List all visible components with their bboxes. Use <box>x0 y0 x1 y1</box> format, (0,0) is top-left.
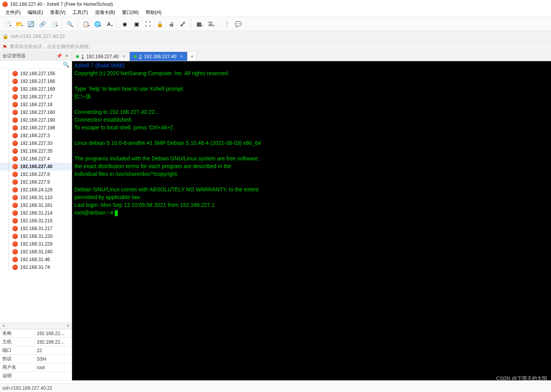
session-item[interactable]: 192.168.31.217 <box>0 225 72 232</box>
property-row: 主机192.168.22… <box>0 338 72 346</box>
tab-label: 192.168.227.40 <box>86 54 119 59</box>
xshell-icon[interactable]: ◉ <box>120 19 130 29</box>
status-dot-icon <box>134 55 137 58</box>
new-tab-button[interactable]: + <box>188 52 197 61</box>
tab-bar: 1192.168.227.40✕2192.168.227.40✕+ <box>72 52 551 61</box>
session-icon <box>12 94 18 100</box>
new-session-icon[interactable]: 📄 <box>2 19 12 29</box>
session-icon <box>12 265 18 270</box>
terminal[interactable]: Xshell 7 (Build 0056) Copyright (c) 2020… <box>72 61 551 380</box>
session-item[interactable]: 192.168.31.220 <box>0 232 72 240</box>
search-icon[interactable]: 🔍 <box>65 19 75 29</box>
session-item[interactable]: 192.168.227.166 <box>0 77 72 85</box>
menu-item[interactable]: 工具(T) <box>69 9 91 17</box>
pin-icon[interactable]: 📌 <box>56 53 63 58</box>
session-item[interactable]: 192.168.31.240 <box>0 248 72 256</box>
transfer-icon[interactable]: 📑 <box>49 19 59 29</box>
session-item[interactable]: 192.168.227.180 <box>0 108 72 116</box>
property-row: 协议SSH <box>0 355 72 363</box>
close-icon[interactable]: ✕ <box>64 53 69 58</box>
session-item[interactable]: 192.168.227.18 <box>0 101 72 108</box>
session-item[interactable]: 192.168.31.229 <box>0 240 72 248</box>
session-item[interactable]: 192.168.227.198 <box>0 124 72 132</box>
highlight-icon[interactable]: 🖉 <box>178 19 188 29</box>
property-value: 192.168.22… <box>34 331 72 336</box>
menu-item[interactable]: 选项卡(B) <box>92 9 118 17</box>
session-icon <box>12 257 18 262</box>
session-tab[interactable]: 1192.168.227.40✕ <box>72 52 130 61</box>
property-row: 名称192.168.22… <box>0 329 72 338</box>
scroll-right-icon[interactable]: > <box>65 323 71 329</box>
menu-item[interactable]: 帮助(H) <box>143 9 165 17</box>
session-item[interactable]: 192.168.227.190 <box>0 116 72 124</box>
menu-item[interactable]: 编辑(E) <box>24 9 46 17</box>
session-label: 192.168.31.110 <box>20 195 52 200</box>
property-value: 22 <box>34 348 72 353</box>
session-item[interactable]: 192.168.227.9 <box>0 178 72 186</box>
session-label: 192.168.31.220 <box>20 234 52 239</box>
tab-number: 1 <box>81 54 84 59</box>
session-item[interactable]: 192.168.31.46 <box>0 256 72 263</box>
feedback-icon[interactable]: 💬 <box>233 19 243 29</box>
toolbar-separator <box>77 20 78 28</box>
sidebar-title: 会话管理器 <box>2 53 26 59</box>
print-icon[interactable]: 🖨 <box>166 19 176 29</box>
fullscreen-icon[interactable]: ⛶ <box>143 19 153 29</box>
disconnect-icon[interactable]: 🔗 <box>37 19 47 29</box>
session-icon <box>12 249 18 254</box>
xftp-icon[interactable]: ▣ <box>131 19 141 29</box>
session-item[interactable]: 192.168.31.215 <box>0 217 72 225</box>
session-item[interactable]: 192.168.24.128 <box>0 186 72 194</box>
tile-icon[interactable]: ▦ <box>194 19 204 29</box>
tab-close-icon[interactable]: ✕ <box>122 54 126 58</box>
session-label: 192.168.227.33 <box>20 141 52 146</box>
copy-icon[interactable]: 📋 <box>81 19 91 29</box>
tab-number: 2 <box>139 54 142 59</box>
help-icon[interactable]: ❔ <box>221 19 231 29</box>
open-session-icon[interactable]: 📂 <box>14 19 24 29</box>
session-label: 192.168.31.214 <box>20 210 52 216</box>
menu-item[interactable]: 窗口(W) <box>119 9 142 17</box>
tab-close-icon[interactable]: ✕ <box>180 54 183 58</box>
session-label: 192.168.31.217 <box>20 226 52 231</box>
session-item[interactable]: 192.168.227.40 <box>0 163 72 170</box>
font-icon[interactable]: A <box>104 19 114 29</box>
toolbar: 📄📂🔄🔗📑🔍📋🌐A◉▣⛶🔒🖨🖉▦☰❔💬 <box>0 17 551 31</box>
session-icon <box>12 218 18 224</box>
menu-item[interactable]: 文件(F) <box>2 9 24 17</box>
status-text: ssh://192.168.227.40:22 <box>2 385 52 391</box>
toolbar-separator <box>62 20 62 28</box>
session-item[interactable]: 192.168.227.156 <box>0 70 72 77</box>
session-item[interactable]: 192.168.227.17 <box>0 93 72 101</box>
session-item[interactable]: 192.168.31.110 <box>0 194 72 201</box>
session-icon <box>12 86 18 92</box>
session-item[interactable]: 192.168.31.214 <box>0 209 72 217</box>
property-key: 端口 <box>0 347 34 354</box>
cascade-icon[interactable]: ☰ <box>205 19 215 29</box>
session-item[interactable]: 192.168.31.181 <box>0 201 72 209</box>
window-title: 192.168.227.40 - Xshell 7 (Free for Home… <box>10 2 113 7</box>
session-item[interactable]: 192.168.227.8 <box>0 170 72 178</box>
address-bar: 🔒 ssh://192.168.227.40:22 <box>0 31 551 42</box>
session-item[interactable]: 192.168.31.74 <box>0 263 72 271</box>
session-manager-sidebar: 会话管理器 📌 ✕ 🔍 192.168.227.156192.168.227.1… <box>0 52 72 380</box>
property-row: 说明 <box>0 372 72 380</box>
reconnect-icon[interactable]: 🔄 <box>26 19 36 29</box>
session-label: 192.168.31.240 <box>20 249 52 254</box>
session-item[interactable]: 192.168.227.169 <box>0 85 72 93</box>
address-url[interactable]: ssh://192.168.227.40:22 <box>11 33 65 39</box>
session-item[interactable]: 192.168.227.35 <box>0 147 72 155</box>
property-key: 用户名 <box>0 364 34 371</box>
property-key: 协议 <box>0 356 34 362</box>
session-label: 192.168.227.8 <box>20 172 50 177</box>
hint-flag-icon[interactable]: ⚑ <box>2 44 7 50</box>
scroll-left-icon[interactable]: < <box>1 323 7 329</box>
globe-icon[interactable]: 🌐 <box>92 19 102 29</box>
lock-icon[interactable]: 🔒 <box>155 19 165 29</box>
session-tab[interactable]: 2192.168.227.40✕ <box>130 52 188 61</box>
sidebar-search[interactable]: 🔍 <box>0 60 72 69</box>
session-item[interactable]: 192.168.227.3 <box>0 132 72 139</box>
session-item[interactable]: 192.168.227.4 <box>0 155 72 163</box>
session-item[interactable]: 192.168.227.33 <box>0 139 72 147</box>
menu-item[interactable]: 查看(V) <box>47 9 69 17</box>
